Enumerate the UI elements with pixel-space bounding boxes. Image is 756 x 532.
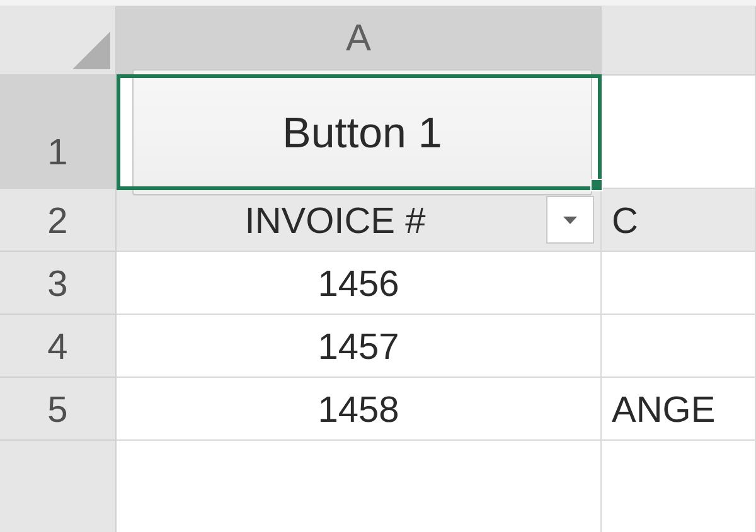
table-header-label: INVOICE # (245, 199, 426, 241)
svg-marker-0 (72, 31, 110, 69)
row-header-3[interactable]: 3 (0, 252, 117, 315)
cell-A4[interactable]: 1457 (117, 315, 602, 378)
cell-B2-table-header-partial[interactable]: C (602, 189, 756, 252)
cell-B4[interactable] (602, 315, 756, 378)
row-header-2[interactable]: 2 (0, 189, 117, 252)
row-header-label: 2 (47, 199, 67, 241)
chevron-down-icon (561, 210, 580, 229)
row-header-label: 1 (47, 130, 67, 173)
row-header-5[interactable]: 5 (0, 378, 117, 441)
cell-B3[interactable] (602, 252, 756, 315)
cell-A3[interactable]: 1456 (117, 252, 602, 315)
cell-value: ANGE (612, 388, 715, 430)
window-chrome-fragment (0, 0, 756, 6)
row-header-1[interactable]: 1 (0, 76, 117, 189)
cell-A5[interactable]: 1458 (117, 378, 602, 441)
select-all-triangle-icon (66, 25, 110, 69)
filter-dropdown-button[interactable] (546, 196, 594, 244)
cell-B1[interactable] (602, 76, 756, 189)
row-header-label: 4 (47, 325, 67, 367)
cell-value: 1456 (318, 262, 399, 304)
cell-A2-table-header[interactable]: INVOICE # (117, 189, 602, 252)
cell-value: 1458 (318, 388, 399, 430)
row-header-4[interactable]: 4 (0, 315, 117, 378)
macro-button-1[interactable]: Button 1 (132, 69, 592, 195)
cell-A6-partial[interactable] (117, 441, 602, 532)
cell-value: 1457 (318, 325, 399, 367)
column-header-B-partial[interactable] (602, 0, 756, 76)
select-all-corner[interactable] (0, 0, 117, 76)
row-header-label: 5 (47, 388, 67, 430)
column-header-label: A (346, 16, 371, 59)
row-header-label: 3 (47, 262, 67, 304)
cell-B5[interactable]: ANGE (602, 378, 756, 441)
cell-B6-partial[interactable] (602, 441, 756, 532)
table-header-label-partial: C (612, 199, 638, 241)
svg-marker-1 (563, 217, 577, 224)
macro-button-label: Button 1 (282, 108, 442, 157)
row-header-6-partial[interactable] (0, 441, 117, 532)
column-header-A[interactable]: A (117, 0, 602, 76)
